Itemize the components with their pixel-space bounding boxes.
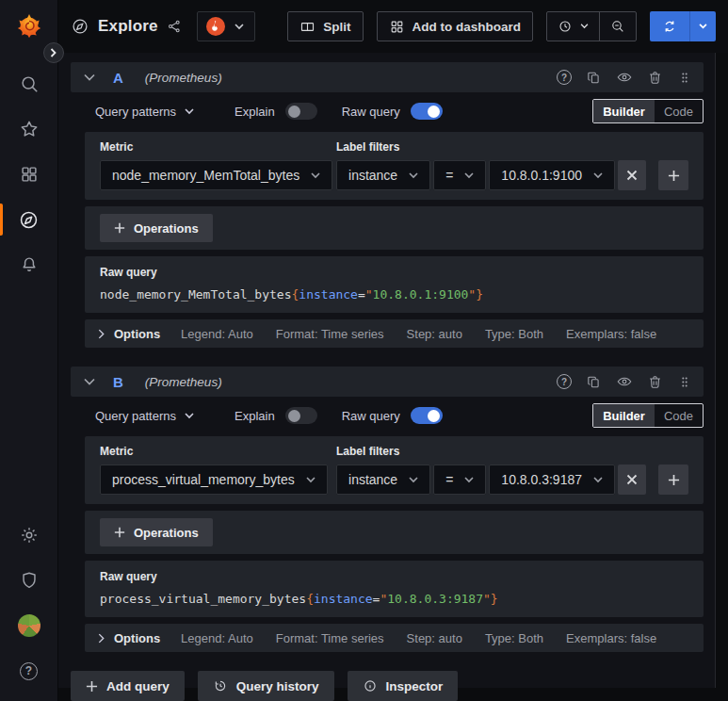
datasource-picker[interactable] [197, 11, 255, 41]
refresh-interval-dropdown[interactable] [689, 11, 716, 41]
dashboards-grid-icon [19, 164, 40, 185]
exemplars-option: Exemplars: false [566, 631, 656, 645]
raw-query-toggle[interactable] [411, 103, 443, 120]
query-help-icon[interactable]: ? [557, 374, 572, 389]
label-filters-label: Label filters [336, 140, 688, 154]
sidebar-item-search[interactable] [0, 61, 57, 106]
query-header-a[interactable]: A (Prometheus) ? [71, 62, 704, 92]
add-query-button[interactable]: Add query [71, 671, 185, 701]
chevron-down-icon [593, 477, 603, 483]
query-help-icon[interactable]: ? [557, 70, 572, 85]
sidebar-item-configuration[interactable] [0, 513, 57, 558]
query-header-b[interactable]: B (Prometheus) ? [71, 367, 704, 397]
step-option: Step: auto [407, 631, 462, 645]
query-patterns-dropdown[interactable]: Query patterns [95, 105, 194, 119]
refresh-icon [662, 19, 677, 34]
run-query-refresh-button[interactable] [650, 11, 689, 41]
drag-handle-grip-icon[interactable] [677, 374, 692, 390]
add-operation-button[interactable]: Operations [100, 214, 213, 242]
query-editor-row-b: B (Prometheus) ? Query patterns Explain [71, 367, 704, 652]
legend-option: Legend: Auto [181, 327, 253, 341]
add-filter-button[interactable] [658, 465, 688, 495]
disable-query-eye-icon[interactable] [616, 69, 633, 86]
duplicate-query-icon[interactable] [586, 70, 602, 86]
filter-value-select[interactable]: 10.8.0.1:9100 [489, 160, 615, 190]
zoom-out-time-range-button[interactable] [599, 12, 636, 41]
remove-filter-button[interactable] [618, 160, 646, 190]
query-editor-row-a: A (Prometheus) ? Query patterns Explain [71, 62, 704, 348]
chevron-right-icon [98, 633, 105, 644]
drag-handle-grip-icon[interactable] [677, 70, 692, 86]
code-mode-button[interactable]: Code [655, 100, 703, 122]
legend-option: Legend: Auto [181, 631, 253, 645]
filter-operator-select[interactable]: = [433, 160, 486, 190]
chevron-down-icon [699, 24, 707, 29]
query-actions: ? [557, 69, 692, 86]
run-query-button-group [650, 11, 716, 41]
explain-toggle[interactable] [285, 407, 317, 424]
remove-filter-button[interactable] [618, 465, 646, 495]
time-picker-button[interactable] [547, 12, 599, 41]
collapse-chevron-icon [84, 73, 95, 81]
sidebar-item-server-admin[interactable] [0, 558, 57, 603]
add-operation-button[interactable]: Operations [100, 518, 213, 546]
type-option: Type: Both [485, 631, 543, 645]
raw-query-toggle[interactable] [411, 407, 443, 424]
plus-icon [114, 222, 125, 234]
chevron-down-icon [464, 172, 474, 179]
disable-query-eye-icon[interactable] [616, 373, 633, 390]
metric-select[interactable]: node_memory_MemTotal_bytes [100, 160, 332, 190]
chevron-right-icon [50, 48, 57, 57]
sidebar-item-dashboards[interactable] [0, 152, 57, 197]
expand-sidebar-button[interactable] [43, 42, 64, 63]
metric-label: Metric [100, 140, 336, 154]
chevron-down-icon [311, 172, 320, 179]
query-history-button[interactable]: Query history [198, 671, 334, 701]
sidebar-item-explore[interactable] [0, 197, 57, 242]
collapse-chevron-icon [84, 378, 95, 385]
query-options-collapse[interactable]: Options Legend: Auto Format: Time series… [85, 624, 704, 652]
remove-query-trash-icon[interactable] [647, 374, 663, 390]
time-controls [546, 11, 637, 41]
raw-query-text: process_virtual_memory_bytes{instance="1… [100, 592, 688, 606]
label-filters-label: Label filters [336, 445, 688, 458]
query-patterns-dropdown[interactable]: Query patterns [95, 409, 194, 423]
page-title: Explore [71, 17, 182, 36]
chevron-down-icon [185, 108, 194, 115]
builder-mode-button[interactable]: Builder [593, 404, 655, 427]
filter-value-select[interactable]: 10.8.0.3:9187 [489, 465, 615, 495]
add-filter-button[interactable] [658, 160, 688, 190]
code-mode-button[interactable]: Code [655, 404, 703, 427]
duplicate-query-icon[interactable] [586, 374, 602, 390]
chevron-down-icon [409, 172, 418, 179]
prometheus-icon [206, 17, 225, 36]
explain-label: Explain [235, 409, 275, 423]
explore-pane: A (Prometheus) ? Query patterns Explain [58, 53, 728, 701]
query-rows-container: A (Prometheus) ? Query patterns Explain [58, 53, 716, 688]
remove-query-trash-icon[interactable] [647, 70, 663, 86]
sidebar-item-profile[interactable] [0, 603, 57, 648]
add-to-dashboard-button[interactable]: Add to dashboard [377, 11, 534, 41]
explore-toolbar: Explore Split Add to dashboard [58, 0, 728, 53]
editor-mode-switch: Builder Code [592, 99, 704, 123]
operations-panel: Operations [85, 206, 704, 250]
close-icon [626, 474, 638, 485]
filter-operator-select[interactable]: = [433, 465, 486, 495]
raw-query-panel: Raw query node_memory_MemTotal_bytes{ins… [85, 256, 704, 313]
filter-label-select[interactable]: instance [336, 160, 430, 190]
sidebar-item-alerting[interactable] [0, 242, 57, 287]
grafana-logo[interactable] [16, 12, 42, 39]
metric-select[interactable]: process_virtual_memory_bytes [100, 465, 328, 495]
explain-toggle[interactable] [285, 103, 317, 120]
share-shortened-link-button[interactable] [167, 19, 182, 34]
filter-label-select[interactable]: instance [336, 465, 430, 495]
chevron-down-icon [580, 24, 589, 29]
inspector-button[interactable]: Inspector [348, 671, 459, 701]
sidebar-item-starred[interactable] [0, 106, 57, 152]
sidebar-item-help[interactable]: ? [0, 648, 57, 693]
plus-icon [668, 170, 680, 182]
query-options-collapse[interactable]: Options Legend: Auto Format: Time series… [85, 319, 704, 348]
type-option: Type: Both [485, 327, 543, 341]
builder-mode-button[interactable]: Builder [593, 100, 655, 122]
split-button[interactable]: Split [287, 11, 363, 41]
